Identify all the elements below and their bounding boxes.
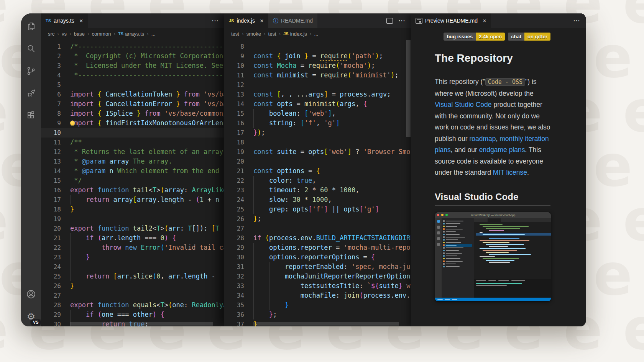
line-number: 4 (41, 70, 70, 80)
code-line: 19 (41, 214, 224, 224)
code-line: 1/*-------------------------------------… (41, 42, 224, 51)
line-number: 22 (224, 176, 253, 185)
breadcrumb-item[interactable]: vs (62, 31, 67, 37)
info-icon: ⓘ (273, 18, 278, 23)
line-number: 15 (224, 109, 253, 118)
source-control-icon[interactable] (25, 65, 37, 77)
run-debug-icon[interactable] (25, 87, 37, 99)
line-number: 12 (224, 80, 253, 90)
readme-link[interactable]: Visual Studio Code (435, 101, 492, 108)
ts-file-icon: TS (118, 31, 123, 36)
split-editor-icon[interactable] (386, 18, 393, 24)
code-line: 10 (41, 128, 224, 138)
code-line: 3 * Licensed under the MIT License. See … (41, 61, 224, 70)
line-number: 9 (224, 51, 253, 61)
code-editor[interactable]: 1/*-------------------------------------… (41, 39, 224, 326)
readme-link[interactable]: MIT license (493, 169, 527, 176)
line-number: 17 (41, 195, 70, 205)
tab-preview-readme[interactable]: Preview README.md × (411, 13, 491, 28)
close-icon[interactable]: × (79, 18, 83, 24)
code-line: 35} (224, 300, 411, 310)
chevron-right-icon: › (279, 31, 281, 37)
extensions-icon[interactable] (25, 109, 37, 121)
breadcrumb-item[interactable]: src (48, 31, 54, 37)
tab-readme-md[interactable]: ⓘREADME.md (268, 13, 317, 28)
chevron-right-icon: › (87, 31, 89, 37)
line-number: 8 (41, 109, 70, 118)
chevron-right-icon: › (310, 31, 312, 37)
line-number: 1 (41, 42, 70, 51)
tab-index-js[interactable]: JSindex.js× (224, 13, 268, 28)
breadcrumb-item[interactable]: JSindex.js (283, 31, 307, 37)
code-line: 32mochaJunitReporterReporterOptions: (224, 272, 411, 281)
code-line: 10const Mocha = require('mocha'); (224, 61, 411, 70)
breadcrumb-item[interactable]: TSarrays.ts (118, 31, 144, 37)
line-number: 13 (224, 90, 253, 99)
line-number: 11 (41, 138, 70, 147)
search-icon[interactable] (25, 43, 37, 55)
code-line: 29if (one === other) { (41, 310, 224, 319)
breadcrumb-item[interactable]: test (231, 31, 239, 37)
code-line: 12 (224, 80, 411, 90)
readme-badge[interactable]: bug issues2.4k open (444, 33, 505, 41)
readme-badge[interactable]: chaton gitter (508, 33, 550, 41)
code-editor[interactable]: 89const { join } = require('path');10con… (224, 39, 411, 326)
line-number: 27 (41, 291, 70, 300)
more-actions-icon[interactable]: ⋯ (573, 17, 580, 24)
tab-arrays-ts[interactable]: TS arrays.ts × (41, 13, 88, 28)
lightbulb-icon[interactable] (70, 121, 75, 125)
code-line: 9import { findFirstIdxMonotonousOrArrLen… (41, 118, 224, 128)
code-line: 27 (224, 224, 411, 233)
code-line: 4 *-------------------------------------… (41, 70, 224, 80)
code-line: 26} (41, 281, 224, 291)
close-icon[interactable]: × (260, 18, 264, 24)
line-number: 20 (224, 157, 253, 166)
markdown-preview-body: bug issues2.4k openchaton gitter The Rep… (435, 28, 550, 301)
code-line: 6import { CancellationToken } from 'vs/b… (41, 90, 224, 99)
readme-link[interactable]: roadmap (469, 135, 496, 143)
line-number: 10 (224, 61, 253, 70)
line-number: 19 (41, 214, 70, 224)
more-actions-icon[interactable]: ⋯ (398, 17, 406, 24)
code-line: 24 (41, 262, 224, 272)
horizontal-scrollbar[interactable] (253, 322, 399, 326)
readme-link[interactable]: endgame plans (479, 146, 525, 154)
breadcrumb-item[interactable]: ... (151, 31, 156, 37)
line-number: 20 (41, 224, 70, 233)
vertical-scrollbar[interactable] (406, 40, 411, 137)
breadcrumb-item[interactable]: common (92, 31, 111, 37)
line-number: 13 (41, 157, 70, 166)
js-file-icon: JS (283, 31, 288, 36)
code-line: 13 * @param array The array. (41, 157, 224, 166)
account-icon[interactable] (25, 288, 37, 300)
markdown-preview-icon (416, 18, 422, 24)
readme-screenshot-image: serviceWorker.js — vscode-react-app (435, 212, 551, 301)
breadcrumb-item[interactable]: base (74, 31, 85, 37)
more-actions-icon[interactable]: ⋯ (212, 17, 219, 24)
close-icon[interactable]: × (483, 18, 486, 24)
breadcrumb: src›vs›base›common›TSarrays.ts›... (41, 28, 224, 39)
badge-value: on gitter (524, 33, 550, 41)
line-number: 26 (41, 281, 70, 291)
chevron-right-icon: › (147, 31, 149, 37)
breadcrumb-item[interactable]: smoke (246, 31, 261, 37)
javascript-file-icon: JS (229, 18, 234, 23)
explorer-icon[interactable] (25, 20, 37, 33)
badge-label: chat (508, 33, 524, 41)
horizontal-scrollbar[interactable] (70, 322, 213, 326)
line-number: 24 (224, 195, 253, 205)
breadcrumb-item[interactable]: ... (314, 31, 318, 37)
line-number: 7 (41, 99, 70, 109)
line-number: 16 (41, 185, 70, 195)
code-line: 7import { CancellationError } from 'vs/b… (41, 99, 224, 109)
readme-paragraph: This repository ("Code - OSS") is where … (435, 76, 550, 179)
breadcrumb-item[interactable]: test (268, 31, 276, 37)
line-number: 23 (224, 185, 253, 195)
code-line: 18 (224, 138, 411, 147)
line-number: 19 (224, 147, 253, 157)
chevron-right-icon: › (242, 31, 244, 37)
code-line: 25return [arr.slice(0, arr.length - (41, 272, 224, 281)
code-line: 20 (224, 157, 411, 166)
line-number: 10 (41, 128, 70, 138)
readme-badges: bug issues2.4k openchaton gitter (435, 33, 550, 41)
